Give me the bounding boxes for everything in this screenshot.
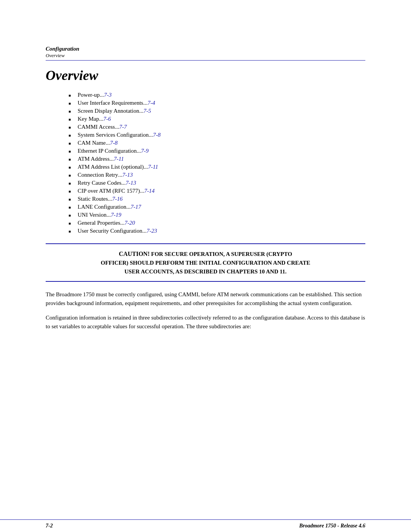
body-para2: Configuration information is retained in… — [46, 313, 365, 331]
toc-item: UNI Version ... 7-19 — [68, 212, 365, 218]
toc-item: LANE Configuration ... 7-17 — [68, 204, 365, 210]
toc-page[interactable]: 7-17 — [131, 204, 141, 210]
toc-dots: ... — [144, 164, 148, 170]
toc-bullet-icon — [68, 148, 75, 154]
toc-bullet-icon — [68, 220, 75, 226]
toc-page[interactable]: 7-13 — [126, 180, 136, 186]
breadcrumb-sub: Overview — [46, 53, 65, 58]
toc-label: UNI Version — [78, 212, 107, 218]
toc-label: System Services Configuration — [78, 132, 149, 138]
toc-page[interactable]: 7-7 — [119, 124, 127, 130]
toc-label: CAMMI Access — [78, 124, 115, 130]
toc-dots: ... — [120, 220, 124, 226]
toc-bullet-icon — [68, 188, 75, 194]
toc-dots: ... — [110, 156, 114, 162]
toc-page[interactable]: 7-8 — [110, 140, 118, 146]
toc-page[interactable]: 7-14 — [144, 188, 155, 194]
toc-bullet-icon — [68, 156, 75, 162]
toc-item: CIP over ATM (RFC 1577) ... 7-14 — [68, 188, 365, 194]
toc-label: User Security Configuration — [78, 228, 142, 234]
toc-item: ATM Address ... 7-11 — [68, 156, 365, 162]
toc-dots: ... — [137, 148, 141, 154]
toc-dots: ... — [143, 100, 147, 106]
toc-dots: ... — [139, 108, 143, 114]
toc-page[interactable]: 7-4 — [148, 100, 155, 106]
toc-section: Power-up ... 7-3User Interface Requireme… — [46, 92, 365, 234]
toc-label: General Properties — [78, 220, 120, 226]
toc-page[interactable]: 7-16 — [112, 196, 123, 202]
toc-page[interactable]: 7-13 — [122, 172, 133, 178]
toc-dots: ... — [107, 212, 111, 218]
toc-page[interactable]: 7-6 — [104, 116, 111, 122]
toc-bullet-icon — [68, 116, 75, 122]
toc-bullet-icon — [68, 196, 75, 202]
toc-page[interactable]: 7-8 — [153, 132, 161, 138]
toc-label: LANE Configuration — [78, 204, 126, 210]
toc-label: User Interface Requirements — [78, 100, 143, 106]
toc-label: CIP over ATM (RFC 1577) — [78, 188, 140, 194]
footer-section: 7-2 Broadmore 1750 - Release 4.6 — [0, 519, 411, 532]
toc-bullet-icon — [68, 92, 75, 98]
main-content: Overview Power-up ... 7-3User Interface … — [0, 67, 411, 367]
caution-text: CAUTION! FOR SECURE OPERATION, A SUPERUS… — [53, 249, 358, 276]
toc-item: CAMMI Access ... 7-7 — [68, 124, 365, 130]
toc-bullet-icon — [68, 164, 75, 170]
toc-page[interactable]: 7-3 — [104, 92, 112, 98]
toc-dots: ... — [121, 180, 126, 186]
toc-page[interactable]: 7-20 — [124, 220, 135, 226]
body-para1: The Broadmore 1750 must be correctly con… — [46, 290, 365, 308]
toc-item: Ethernet IP Configuration ... 7-9 — [68, 148, 365, 154]
toc-label: Ethernet IP Configuration — [78, 148, 137, 154]
header-section: Configuration Overview — [0, 0, 411, 61]
footer-left: 7-2 — [46, 523, 53, 529]
toc-item: Connection Retry ... 7-13 — [68, 172, 365, 178]
toc-label: Power-up — [78, 92, 100, 98]
toc-item: General Properties ... 7-20 — [68, 220, 365, 226]
toc-item: Retry Cause Codes ... 7-13 — [68, 180, 365, 186]
toc-page[interactable]: 7-5 — [143, 108, 151, 114]
toc-item: Screen Display Annotation ... 7-5 — [68, 108, 365, 114]
toc-label: CAM Name — [78, 140, 106, 146]
toc-label: Retry Cause Codes — [78, 180, 121, 186]
toc-dots: ... — [126, 204, 131, 210]
toc-dots: ... — [118, 172, 122, 178]
toc-page[interactable]: 7-23 — [147, 228, 157, 234]
toc-label: Key Map — [78, 116, 99, 122]
toc-bullet-icon — [68, 204, 75, 210]
toc-item: Key Map ... 7-6 — [68, 116, 365, 122]
toc-bullet-icon — [68, 172, 75, 178]
toc-bullet-icon — [68, 140, 75, 146]
toc-dots: ... — [108, 196, 112, 202]
toc-page[interactable]: 7-19 — [111, 212, 121, 218]
breadcrumb-section: Configuration Overview — [46, 46, 365, 59]
toc-label: ATM Address List (optional) — [78, 164, 144, 170]
toc-dots: ... — [106, 140, 110, 146]
caution-word: CAUTION! — [119, 251, 150, 257]
toc-bullet-icon — [68, 180, 75, 186]
toc-item: Static Routes ... 7-16 — [68, 196, 365, 202]
toc-bullet-icon — [68, 100, 75, 106]
toc-page[interactable]: 7-11 — [114, 156, 124, 162]
toc-item: Power-up ... 7-3 — [68, 92, 365, 98]
toc-item: ATM Address List (optional) ... 7-11 — [68, 164, 365, 170]
toc-label: Static Routes — [78, 196, 108, 202]
toc-label: ATM Address — [78, 156, 110, 162]
toc-page[interactable]: 7-9 — [141, 148, 149, 154]
toc-dots: ... — [115, 124, 119, 130]
footer-right: Broadmore 1750 - Release 4.6 — [299, 523, 365, 529]
overview-title: Overview — [46, 67, 365, 83]
toc-dots: ... — [100, 92, 104, 98]
caution-line2: OFFICER) SHOULD PERFORM THE INITIAL CONF… — [101, 260, 310, 266]
toc-item: System Services Configuration ... 7-8 — [68, 132, 365, 138]
caution-line3: USER ACCOUNTS, AS DESCRIBED IN CHAPTERS … — [124, 268, 287, 275]
header-divider — [46, 60, 365, 61]
toc-bullet-icon — [68, 228, 75, 234]
toc-dots: ... — [149, 132, 153, 138]
toc-bullet-icon — [68, 108, 75, 114]
toc-dots: ... — [142, 228, 147, 234]
toc-item: User Interface Requirements ... 7-4 — [68, 100, 365, 106]
toc-page[interactable]: 7-11 — [148, 164, 158, 170]
toc-label: Screen Display Annotation — [78, 108, 139, 114]
toc-label: Connection Retry — [78, 172, 118, 178]
toc-item: User Security Configuration ... 7-23 — [68, 228, 365, 234]
